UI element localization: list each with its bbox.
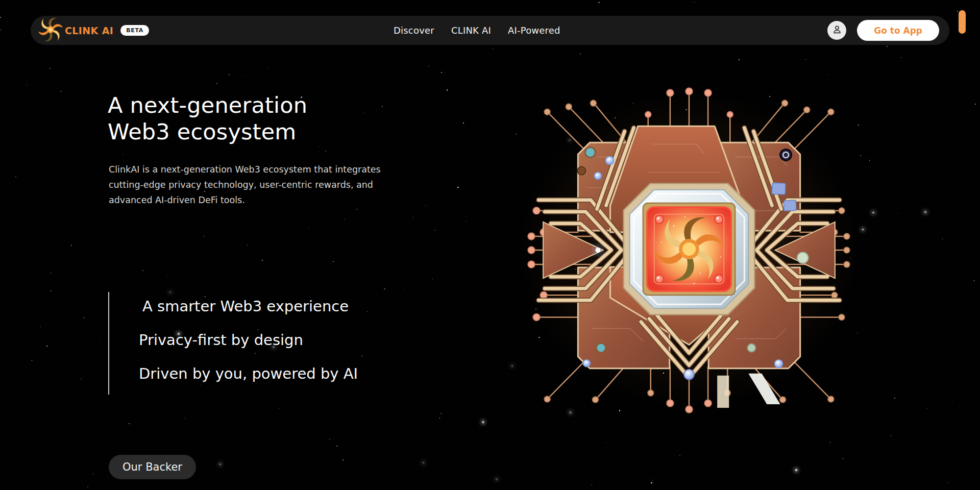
star	[267, 68, 268, 69]
star	[93, 474, 93, 474]
star	[426, 205, 426, 206]
star	[975, 104, 975, 104]
star	[441, 413, 442, 413]
star	[61, 91, 61, 91]
star	[974, 280, 974, 281]
star	[466, 221, 467, 222]
navbar: CLINK AI BETA Discover CLINK AI AI-Power…	[31, 16, 949, 45]
star	[334, 118, 334, 118]
star	[40, 326, 41, 327]
star	[957, 11, 958, 11]
star	[511, 365, 513, 367]
star	[679, 455, 680, 456]
star	[432, 279, 433, 279]
our-backer-button[interactable]: Our Backer	[109, 455, 196, 479]
star	[516, 134, 517, 134]
star	[27, 85, 27, 85]
star	[739, 59, 739, 60]
star	[653, 480, 653, 480]
star	[122, 154, 123, 154]
star	[336, 446, 337, 447]
star	[0, 17, 1, 18]
star	[319, 146, 320, 147]
star	[84, 317, 84, 318]
brand-logo[interactable]: CLINK AI BETA	[39, 18, 149, 43]
beta-badge: BETA	[120, 25, 149, 36]
star	[247, 244, 248, 245]
star	[894, 398, 895, 399]
star	[948, 482, 948, 483]
scrollbar-thumb[interactable]	[959, 10, 966, 34]
star	[508, 374, 508, 374]
go-to-app-button[interactable]: Go to App	[857, 20, 939, 41]
star	[651, 482, 652, 483]
page-title: A next-generation Web3 ecosystem	[108, 92, 307, 145]
star	[441, 72, 442, 73]
star	[50, 68, 51, 69]
star	[325, 151, 326, 151]
star	[309, 228, 309, 228]
star	[862, 229, 864, 231]
star	[51, 273, 51, 273]
star	[805, 59, 806, 60]
account-button[interactable]	[827, 21, 846, 40]
nav-link-ai-powered[interactable]: AI-Powered	[508, 25, 560, 36]
star	[142, 271, 143, 271]
star	[439, 418, 440, 418]
brand-name: CLINK AI	[65, 25, 113, 36]
star	[361, 356, 362, 356]
star	[246, 77, 246, 77]
star	[204, 236, 204, 236]
feature-item: Driven by you, powered by AI	[139, 364, 358, 383]
star	[367, 311, 368, 312]
star	[167, 275, 168, 276]
page-title-line1: A next-generation	[108, 92, 307, 118]
chip-core	[624, 184, 755, 315]
star	[606, 443, 606, 443]
star	[795, 469, 797, 471]
star	[129, 423, 129, 424]
star	[15, 177, 16, 177]
star	[403, 289, 404, 290]
star	[830, 442, 830, 443]
feature-item: Privacy-first by design	[139, 331, 358, 350]
star	[81, 379, 81, 379]
star	[942, 238, 943, 239]
feature-list: A smarter Web3 experience Privacy-first …	[108, 292, 358, 395]
feature-item: A smarter Web3 experience	[142, 297, 358, 316]
star	[46, 346, 47, 346]
star	[216, 83, 217, 84]
star	[900, 57, 901, 58]
star	[872, 212, 874, 214]
star	[99, 341, 100, 342]
user-icon	[831, 24, 843, 37]
star	[447, 89, 448, 90]
star	[333, 261, 333, 262]
star	[482, 421, 484, 423]
star	[580, 54, 580, 54]
star	[869, 160, 870, 160]
nav-link-clink-ai[interactable]: CLINK AI	[451, 25, 491, 36]
page-title-line2: Web3 ecosystem	[108, 118, 307, 145]
star	[493, 48, 493, 49]
star	[71, 245, 71, 246]
star	[428, 66, 429, 66]
star	[50, 290, 51, 291]
star	[960, 406, 960, 407]
star	[87, 486, 88, 487]
star	[329, 439, 330, 439]
star	[435, 230, 435, 230]
star	[185, 418, 185, 418]
star	[891, 435, 891, 436]
star	[496, 478, 498, 480]
star	[219, 463, 222, 465]
nav-link-discover[interactable]: Discover	[394, 25, 434, 36]
star	[925, 467, 926, 467]
star	[924, 211, 926, 213]
star	[457, 187, 458, 188]
star	[694, 2, 695, 3]
star	[262, 260, 262, 260]
star	[382, 106, 382, 107]
star	[344, 219, 345, 219]
star	[887, 46, 888, 47]
